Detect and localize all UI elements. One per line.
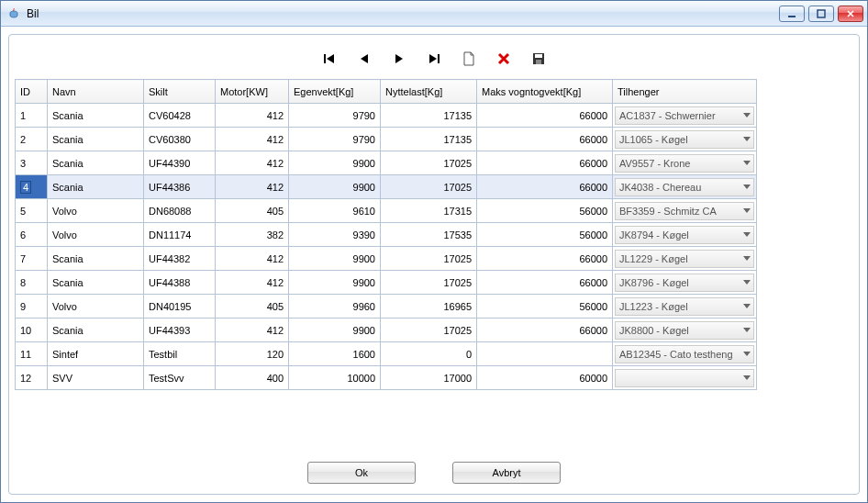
tilhenger-combobox[interactable]: JL1229 - Køgel <box>615 250 754 268</box>
cell-maks[interactable]: 66000 <box>477 128 613 151</box>
tilhenger-combobox[interactable]: JL1223 - Køgel <box>615 297 754 316</box>
first-record-button[interactable] <box>320 50 339 68</box>
table-row[interactable]: 7ScaniaUF4438241299001702566000JL1229 - … <box>16 247 757 271</box>
cell-maks[interactable]: 66000 <box>477 247 613 271</box>
table-row[interactable]: 12SVVTestSvv400100001700060000 <box>16 366 757 390</box>
col-header-skilt[interactable]: Skilt <box>144 80 216 104</box>
cell-motor[interactable]: 412 <box>216 247 289 271</box>
cell-motor[interactable]: 412 <box>216 271 289 295</box>
tilhenger-combobox[interactable] <box>615 369 754 387</box>
cell-skilt[interactable]: TestSvv <box>144 366 216 390</box>
col-header-egenvekt[interactable]: Egenvekt[Kg] <box>289 80 381 104</box>
cell-maks[interactable]: 66000 <box>477 319 613 342</box>
cell-nytt[interactable]: 17025 <box>381 271 477 295</box>
cell-egen[interactable]: 9900 <box>289 271 381 295</box>
tilhenger-combobox[interactable]: JK8796 - Køgel <box>615 274 754 292</box>
cell-motor[interactable]: 405 <box>216 295 289 319</box>
cell-skilt[interactable]: UF44388 <box>144 271 216 295</box>
cell-navn[interactable]: Scania <box>48 319 144 342</box>
cell-navn[interactable]: SVV <box>48 366 144 390</box>
col-header-motor[interactable]: Motor[KW] <box>216 80 289 104</box>
cell-skilt[interactable]: DN11174 <box>144 223 216 247</box>
tilhenger-combobox[interactable]: JK4038 - Chereau <box>615 178 754 196</box>
cell-navn[interactable]: Volvo <box>48 295 144 319</box>
cell-maks[interactable]: 56000 <box>477 199 613 223</box>
cell-egen[interactable]: 9390 <box>289 223 381 247</box>
tilhenger-combobox[interactable]: BF3359 - Schmitz CA <box>615 202 754 220</box>
cell-maks[interactable] <box>477 342 613 366</box>
cell-skilt[interactable]: Testbil <box>144 342 216 366</box>
tilhenger-combobox[interactable]: AB12345 - Cato testheng <box>615 345 754 363</box>
cancel-button[interactable]: Avbryt <box>452 462 561 484</box>
maximize-button[interactable] <box>808 6 834 22</box>
col-header-maksvekt[interactable]: Maks vogntogvekt[Kg] <box>477 80 613 104</box>
cell-nytt[interactable]: 17025 <box>381 151 477 175</box>
cell-maks[interactable]: 66000 <box>477 151 613 175</box>
table-row[interactable]: 9VolvoDN4019540599601696556000JL1223 - K… <box>16 295 757 319</box>
cell-maks[interactable]: 66000 <box>477 175 613 199</box>
cell-id[interactable]: 12 <box>16 366 48 390</box>
col-header-id[interactable]: ID <box>16 80 48 104</box>
cell-nytt[interactable]: 17025 <box>381 247 477 271</box>
cell-navn[interactable]: Scania <box>48 104 144 128</box>
cell-motor[interactable]: 412 <box>216 151 289 175</box>
cell-motor[interactable]: 382 <box>216 223 289 247</box>
cell-maks[interactable]: 66000 <box>477 104 613 128</box>
cell-skilt[interactable]: UF44382 <box>144 247 216 271</box>
table-row[interactable]: 10ScaniaUF4439341299001702566000JK8800 -… <box>16 319 757 342</box>
tilhenger-combobox[interactable]: AC1837 - Schwernier <box>615 106 754 125</box>
last-record-button[interactable] <box>425 50 443 68</box>
col-header-nyttelast[interactable]: Nyttelast[Kg] <box>381 80 477 104</box>
cell-navn[interactable]: Scania <box>48 175 144 199</box>
table-row[interactable]: 8ScaniaUF4438841299001702566000JK8796 - … <box>16 271 757 295</box>
cell-navn[interactable]: Scania <box>48 151 144 175</box>
cell-id[interactable]: 1 <box>16 104 48 128</box>
table-row[interactable]: 1ScaniaCV6042841297901713566000AC1837 - … <box>16 104 757 128</box>
cell-egen[interactable]: 9610 <box>289 199 381 223</box>
tilhenger-combobox[interactable]: AV9557 - Krone <box>615 154 754 173</box>
cell-egen[interactable]: 9900 <box>289 151 381 175</box>
cell-motor[interactable]: 400 <box>216 366 289 390</box>
cell-nytt[interactable]: 17135 <box>381 128 477 151</box>
table-row[interactable]: 2ScaniaCV6038041297901713566000JL1065 - … <box>16 128 757 151</box>
cell-id[interactable]: 2 <box>16 128 48 151</box>
cell-nytt[interactable]: 17025 <box>381 319 477 342</box>
cell-motor[interactable]: 412 <box>216 128 289 151</box>
cell-skilt[interactable]: DN40195 <box>144 295 216 319</box>
tilhenger-combobox[interactable]: JK8800 - Køgel <box>615 321 754 340</box>
table-row[interactable]: 11SintefTestbil12016000AB12345 - Cato te… <box>16 342 757 366</box>
cell-id[interactable]: 4 <box>16 175 48 199</box>
cell-nytt[interactable]: 16965 <box>381 295 477 319</box>
cell-id[interactable]: 6 <box>16 223 48 247</box>
cell-motor[interactable]: 405 <box>216 199 289 223</box>
cell-nytt[interactable]: 17000 <box>381 366 477 390</box>
cell-nytt[interactable]: 17315 <box>381 199 477 223</box>
cell-skilt[interactable]: CV60380 <box>144 128 216 151</box>
delete-record-button[interactable] <box>495 50 513 68</box>
cell-egen[interactable]: 9960 <box>289 295 381 319</box>
cell-egen[interactable]: 9900 <box>289 319 381 342</box>
cell-egen[interactable]: 9790 <box>289 104 381 128</box>
cell-nytt[interactable]: 17535 <box>381 223 477 247</box>
cell-maks[interactable]: 56000 <box>477 295 613 319</box>
cell-navn[interactable]: Scania <box>48 271 144 295</box>
cell-navn[interactable]: Volvo <box>48 199 144 223</box>
cell-skilt[interactable]: UF44386 <box>144 175 216 199</box>
cell-nytt[interactable]: 17135 <box>381 104 477 128</box>
tilhenger-combobox[interactable]: JK8794 - Køgel <box>615 226 754 244</box>
cell-maks[interactable]: 66000 <box>477 271 613 295</box>
cell-maks[interactable]: 56000 <box>477 223 613 247</box>
cell-egen[interactable]: 9790 <box>289 128 381 151</box>
ok-button[interactable]: Ok <box>307 462 416 484</box>
save-record-button[interactable] <box>529 50 548 68</box>
cell-id[interactable]: 9 <box>16 295 48 319</box>
cell-navn[interactable]: Scania <box>48 128 144 151</box>
col-header-tilhenger[interactable]: Tilhenger <box>613 80 757 104</box>
cell-egen[interactable]: 9900 <box>289 175 381 199</box>
minimize-button[interactable] <box>779 6 805 22</box>
cell-egen[interactable]: 1600 <box>289 342 381 366</box>
cell-nytt[interactable]: 17025 <box>381 175 477 199</box>
new-record-button[interactable] <box>460 50 478 68</box>
col-header-navn[interactable]: Navn <box>48 80 144 104</box>
cell-egen[interactable]: 9900 <box>289 247 381 271</box>
